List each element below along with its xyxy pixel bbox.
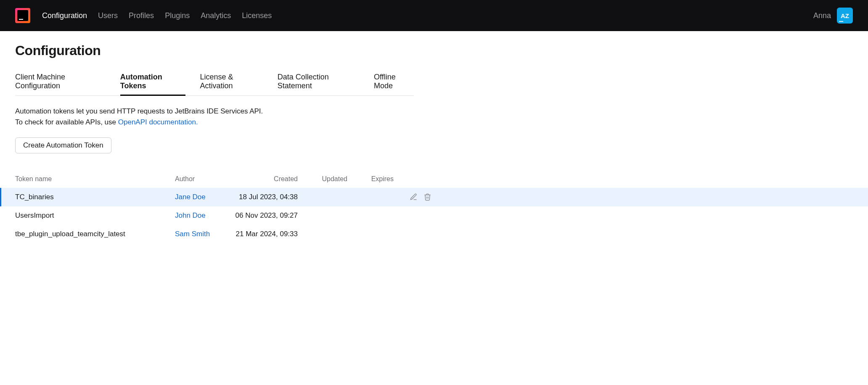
author-link[interactable]: John Doe bbox=[175, 211, 206, 219]
current-user-name: Anna bbox=[813, 11, 831, 20]
nav-configuration[interactable]: Configuration bbox=[42, 11, 87, 20]
cell-created: 18 Jul 2023, 04:38 bbox=[230, 193, 301, 201]
brand-logo[interactable] bbox=[15, 8, 30, 23]
app-header: Configuration Users Profiles Plugins Ana… bbox=[0, 0, 868, 31]
nav-analytics[interactable]: Analytics bbox=[201, 11, 231, 20]
nav-plugins[interactable]: Plugins bbox=[165, 11, 190, 20]
description-line1: Automation tokens let you send HTTP requ… bbox=[15, 107, 263, 115]
tab-client-machine-config[interactable]: Client Machine Configuration bbox=[15, 73, 106, 96]
table-header: Token name Author Created Updated Expire… bbox=[15, 171, 414, 188]
cell-author: John Doe bbox=[175, 211, 230, 220]
table-row[interactable]: TC_binaries Jane Doe 18 Jul 2023, 04:38 bbox=[0, 188, 666, 206]
cell-token-name: UsersImport bbox=[15, 211, 175, 220]
main-nav: Configuration Users Profiles Plugins Ana… bbox=[42, 11, 272, 20]
config-tabs: Client Machine Configuration Automation … bbox=[15, 73, 414, 96]
tokens-table: Token name Author Created Updated Expire… bbox=[15, 171, 414, 243]
author-link[interactable]: Jane Doe bbox=[175, 193, 206, 201]
edit-icon[interactable] bbox=[410, 193, 418, 201]
tab-offline-mode[interactable]: Offline Mode bbox=[374, 73, 414, 96]
nav-licenses[interactable]: Licenses bbox=[242, 11, 272, 20]
cell-token-name: tbe_plugin_upload_teamcity_latest bbox=[15, 230, 175, 238]
avatar[interactable]: AZ bbox=[837, 8, 853, 24]
tab-data-collection[interactable]: Data Collection Statement bbox=[278, 73, 360, 96]
col-header-expires: Expires bbox=[347, 175, 394, 183]
header-left: Configuration Users Profiles Plugins Ana… bbox=[15, 8, 272, 23]
create-automation-token-button[interactable]: Create Automation Token bbox=[15, 137, 111, 153]
cell-token-name: TC_binaries bbox=[15, 193, 175, 201]
page-title: Configuration bbox=[15, 43, 414, 58]
col-header-created: Created bbox=[230, 175, 301, 183]
table-row[interactable]: tbe_plugin_upload_teamcity_latest Sam Sm… bbox=[15, 225, 414, 243]
description-line2: To check for available APIs, use bbox=[15, 118, 118, 126]
nav-profiles[interactable]: Profiles bbox=[129, 11, 154, 20]
col-header-author: Author bbox=[175, 175, 230, 183]
author-link[interactable]: Sam Smith bbox=[175, 230, 210, 238]
cell-created: 06 Nov 2023, 09:27 bbox=[230, 211, 301, 220]
tab-automation-tokens[interactable]: Automation Tokens bbox=[120, 73, 186, 96]
col-header-updated: Updated bbox=[301, 175, 347, 183]
cell-created: 21 Mar 2024, 09:33 bbox=[230, 230, 301, 238]
main-content: Configuration Client Machine Configurati… bbox=[0, 31, 429, 255]
cell-author: Sam Smith bbox=[175, 230, 230, 238]
openapi-doc-link[interactable]: OpenAPI documentation. bbox=[118, 118, 198, 126]
tab-license-activation[interactable]: License & Activation bbox=[200, 73, 263, 96]
cell-author: Jane Doe bbox=[175, 193, 230, 201]
tab-description: Automation tokens let you send HTTP requ… bbox=[15, 106, 414, 128]
row-actions bbox=[394, 193, 431, 201]
table-row[interactable]: UsersImport John Doe 06 Nov 2023, 09:27 bbox=[15, 206, 414, 225]
delete-icon[interactable] bbox=[423, 193, 431, 201]
nav-users[interactable]: Users bbox=[98, 11, 118, 20]
col-header-name: Token name bbox=[15, 175, 175, 183]
header-right: Anna AZ bbox=[813, 8, 853, 24]
